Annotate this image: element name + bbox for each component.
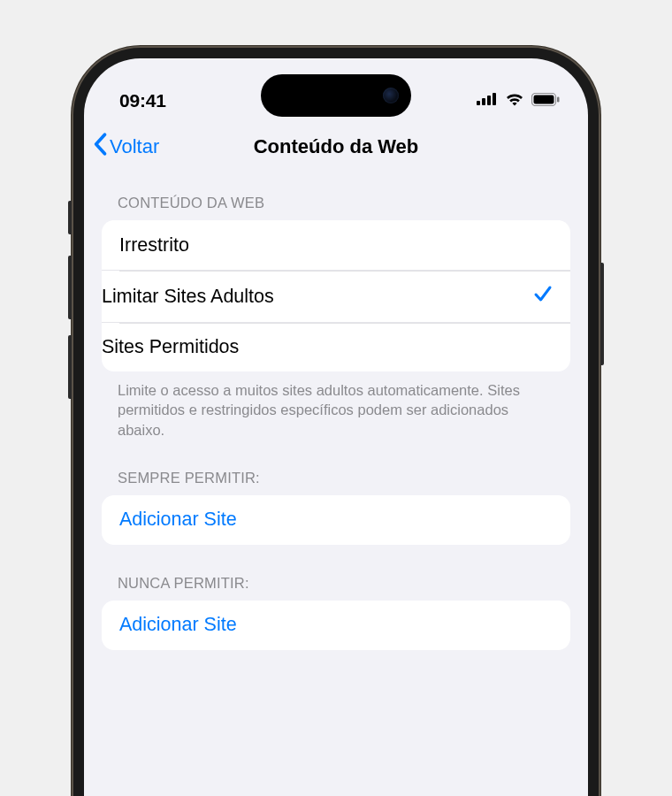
svg-rect-2 (487, 96, 491, 105)
back-label: Voltar (110, 135, 159, 158)
navigation-bar: Voltar Conteúdo da Web (84, 126, 588, 168)
section-header-always-allow: SEMPRE PERMITIR: (102, 440, 570, 495)
wifi-icon (505, 92, 524, 110)
add-site-label: Adicionar Site (119, 509, 237, 531)
svg-rect-6 (557, 96, 560, 102)
status-icons (477, 92, 560, 110)
battery-icon (531, 93, 560, 110)
option-label: Sites Permitidos (102, 336, 239, 358)
add-site-always-allow-button[interactable]: Adicionar Site (102, 495, 570, 545)
page-title: Conteúdo da Web (254, 135, 419, 158)
front-camera-icon (383, 88, 399, 103)
status-time: 09:41 (119, 90, 166, 111)
web-content-options-group: Irrestrito Limitar Sites Adultos Sites P… (102, 220, 570, 371)
hardware-button-right (600, 263, 604, 365)
svg-rect-1 (482, 98, 485, 105)
option-label: Limitar Sites Adultos (102, 286, 274, 308)
option-label: Irrestrito (119, 234, 189, 256)
cellular-signal-icon (477, 93, 498, 109)
svg-rect-5 (534, 95, 554, 103)
section-header-never-allow: NUNCA PERMITIR: (102, 545, 570, 601)
option-unrestricted[interactable]: Irrestrito (102, 220, 570, 270)
phone-frame: 09:41 (72, 46, 600, 796)
settings-content: CONTEÚDO DA WEB Irrestrito Limitar Sites… (84, 168, 588, 650)
add-site-label: Adicionar Site (119, 614, 237, 636)
option-allowed-sites[interactable]: Sites Permitidos (102, 322, 570, 371)
back-button[interactable]: Voltar (93, 133, 159, 161)
section-footer-web-content: Limite o acesso a muitos sites adultos a… (102, 371, 570, 440)
section-header-web-content: CONTEÚDO DA WEB (102, 168, 570, 220)
svg-rect-0 (477, 101, 480, 105)
dynamic-island (261, 74, 411, 117)
always-allow-group: Adicionar Site (102, 495, 570, 545)
never-allow-group: Adicionar Site (102, 601, 570, 650)
add-site-never-allow-button[interactable]: Adicionar Site (102, 601, 570, 650)
hardware-buttons-left (68, 201, 72, 415)
svg-rect-3 (493, 93, 496, 105)
chevron-left-icon (93, 133, 107, 161)
option-limit-adult-sites[interactable]: Limitar Sites Adultos (102, 270, 570, 322)
screen: 09:41 (84, 58, 588, 796)
checkmark-icon (533, 284, 553, 309)
